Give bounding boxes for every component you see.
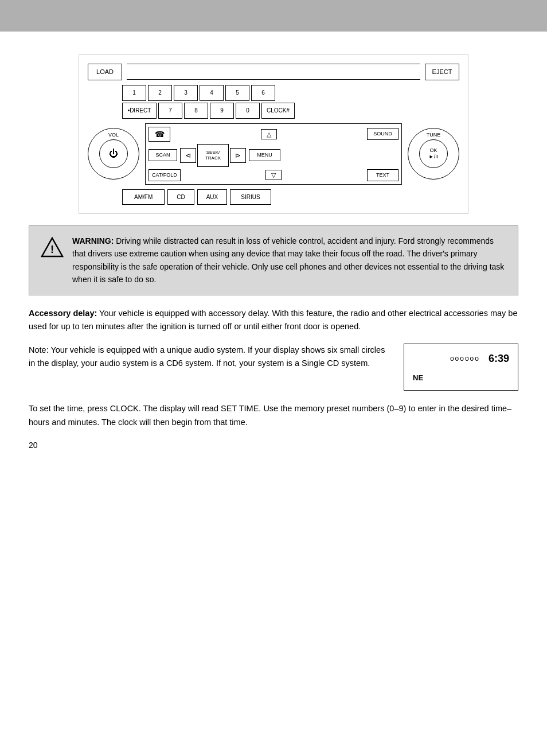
load-button[interactable]: LOAD xyxy=(88,64,122,80)
num-row-2: •DIRECT 7 8 9 0 CLOCK# xyxy=(122,103,459,119)
source-row: AM/FM CD AUX SIRIUS xyxy=(122,189,459,205)
tune-label: TUNE xyxy=(427,131,441,139)
tune-knob[interactable]: TUNE OK►/II xyxy=(408,128,459,180)
scan-button[interactable]: SCAN xyxy=(149,149,177,162)
aux-button[interactable]: AUX xyxy=(197,189,228,205)
seek-cluster: ⊲ SEEK/TRACK ⊳ xyxy=(180,144,246,167)
circles-symbol: oooooo xyxy=(450,353,480,364)
sirius-button[interactable]: SIRIUS xyxy=(230,189,271,205)
time-display: 6:39 xyxy=(489,351,509,367)
btn-2[interactable]: 2 xyxy=(148,85,172,101)
display-box: oooooo 6:39 NE xyxy=(404,344,518,391)
ok-label: OK►/II xyxy=(429,147,438,160)
eject-button[interactable]: EJECT xyxy=(425,64,459,80)
warning-body: Driving while distracted can result in l… xyxy=(72,236,504,284)
sound-button[interactable]: SOUND xyxy=(367,128,398,141)
btn-9[interactable]: 9 xyxy=(210,103,234,119)
accessory-delay-section: Accessory delay: Your vehicle is equippe… xyxy=(29,307,518,333)
warning-title: WARNING: xyxy=(72,236,114,245)
accessory-delay-body: Your vehicle is equipped with accessory … xyxy=(29,309,517,331)
power-icon: ⏻ xyxy=(109,147,118,161)
disc-slot xyxy=(127,64,420,80)
vol-label: VOL xyxy=(108,131,119,139)
mid-row-2: SCAN ⊲ SEEK/TRACK ⊳ MENU xyxy=(149,144,398,167)
note-body: Your vehicle is equipped with a unique a… xyxy=(29,345,385,368)
num-row-1: 1 2 3 4 5 6 xyxy=(122,85,459,101)
vol-knob-outer: VOL ⏻ xyxy=(88,128,139,180)
tune-knob-outer: TUNE OK►/II xyxy=(408,128,459,180)
note-text: Note: Your vehicle is equipped with a un… xyxy=(29,344,386,370)
cd-button[interactable]: CD xyxy=(167,189,194,205)
controls-row: VOL ⏻ ☎ △ SOUND SCAN xyxy=(88,123,459,185)
footer-text: To set the time, press CLOCK. The displa… xyxy=(29,402,518,428)
btn-direct[interactable]: •DIRECT xyxy=(122,103,157,119)
header-bar xyxy=(0,0,547,32)
seek-right-button[interactable]: ⊳ xyxy=(230,148,246,163)
up-button[interactable]: △ xyxy=(261,129,277,139)
accessory-delay-label: Accessory delay: xyxy=(29,309,97,318)
mid-row-1: ☎ △ SOUND xyxy=(149,127,398,142)
btn-1[interactable]: 1 xyxy=(122,85,146,101)
warning-text: WARNING: Driving while distracted can re… xyxy=(72,235,506,286)
note-section: Note: Your vehicle is equipped with a un… xyxy=(29,344,518,391)
btn-clock[interactable]: CLOCK# xyxy=(261,103,295,119)
seek-left-button[interactable]: ⊲ xyxy=(180,148,196,163)
note-label: Note: xyxy=(29,345,49,354)
btn-0[interactable]: 0 xyxy=(236,103,260,119)
svg-text:!: ! xyxy=(50,244,54,255)
btn-7[interactable]: 7 xyxy=(158,103,182,119)
cat-fold-button[interactable]: CAT/FOLD xyxy=(149,169,181,182)
warning-icon: ! xyxy=(41,236,64,259)
vol-knob[interactable]: VOL ⏻ xyxy=(88,128,139,180)
top-row: LOAD EJECT xyxy=(88,64,459,80)
page-number: 20 xyxy=(29,439,518,451)
down-button[interactable]: ▽ xyxy=(265,170,282,180)
seek-track-button[interactable]: SEEK/TRACK xyxy=(197,144,229,167)
stereo-diagram: LOAD EJECT 1 2 3 4 5 6 •DIRECT 7 8 9 0 C… xyxy=(79,54,468,214)
mid-controls: ☎ △ SOUND SCAN ⊲ SEEK/TRACK ⊳ MENU xyxy=(145,123,402,185)
text-button[interactable]: TEXT xyxy=(367,169,398,182)
btn-4[interactable]: 4 xyxy=(200,85,224,101)
display-bottom-text: NE xyxy=(413,372,509,384)
warning-box: ! WARNING: Driving while distracted can … xyxy=(29,225,518,295)
tune-knob-inner: OK►/II xyxy=(419,139,448,168)
btn-6[interactable]: 6 xyxy=(251,85,275,101)
mid-row-3: CAT/FOLD ▽ TEXT xyxy=(149,169,398,182)
menu-button[interactable]: MENU xyxy=(249,149,280,162)
vol-knob-inner: ⏻ xyxy=(99,139,128,168)
btn-5[interactable]: 5 xyxy=(225,85,249,101)
amfm-button[interactable]: AM/FM xyxy=(122,189,165,205)
btn-3[interactable]: 3 xyxy=(174,85,198,101)
number-grid: 1 2 3 4 5 6 •DIRECT 7 8 9 0 CLOCK# xyxy=(122,85,459,119)
btn-8[interactable]: 8 xyxy=(184,103,208,119)
phone-button[interactable]: ☎ xyxy=(149,127,170,142)
display-top-row: oooooo 6:39 xyxy=(413,351,509,367)
